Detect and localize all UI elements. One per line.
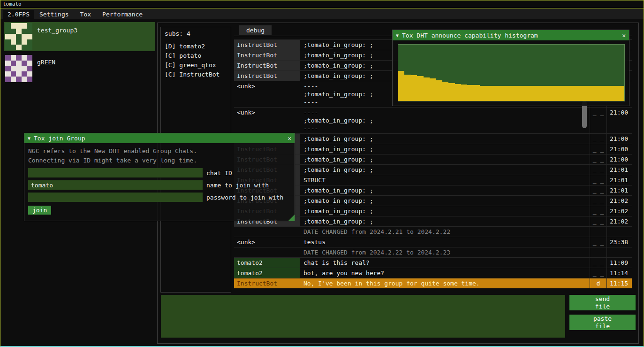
message-timestamp: 23:38 [606,237,632,247]
paste-file-button[interactable]: paste file [569,315,636,330]
date-separator-row[interactable]: DATE CHANGED from 2024.2.21 to 2024.2.22 [234,226,632,237]
message-row[interactable]: tomato2bot, are you new here?_ _11:14 [234,268,632,278]
message-flags: _ _ [590,175,606,185]
histogram-bar [568,86,574,101]
histogram-bar [543,86,549,101]
message-timestamp: 21:02 [606,196,632,206]
join-window-body: NGC refers to the New DHT enabled Group … [24,143,295,218]
collapse-arrow-icon[interactable]: ▼ [28,136,30,141]
message-timestamp: 21:01 [606,165,632,175]
message-timestamp: 21:01 [606,175,632,185]
message-text: ;tomato_in_group: ; [300,154,590,164]
message-flags: _ _ [590,206,606,216]
chat-id-input[interactable] [28,168,203,177]
menu-performance[interactable]: Performance [97,10,148,19]
message-row[interactable]: tomato2chat is this real?_ _11:09 [234,257,632,268]
message-flags: _ _ [590,268,606,278]
message-text: DATE CHANGED from 2024.2.22 to 2024.2.23 [300,247,590,257]
message-timestamp [606,227,632,237]
subs-count: subs: 4 [165,30,231,37]
histogram-bar [486,86,492,101]
join-name-input[interactable] [28,180,203,190]
message-timestamp: 21:02 [606,216,632,226]
message-text: ;tomato_in_group: ; [300,144,590,154]
histogram-bar [417,76,423,101]
message-flags: _ _ [590,108,606,133]
resize-grip[interactable] [288,215,295,221]
roster-item-test-group3[interactable]: test_group3 [4,22,155,51]
message-flags [590,247,606,257]
message-timestamp: 11:09 [606,258,632,268]
histogram-window: ▼ Tox DHT announce capability histogram … [392,30,629,106]
message-flags: _ _ [590,185,606,195]
histogram-bar [511,86,517,101]
histogram-bar [599,86,606,101]
histogram-bar [612,86,618,101]
message-timestamp [606,247,632,257]
histogram-bar [505,86,511,101]
close-icon[interactable]: ✕ [622,32,626,39]
message-flags: _ _ [590,154,606,164]
message-flags [590,227,606,237]
message-sender: tomato2 [234,268,300,278]
histogram-bar [436,80,442,101]
join-button[interactable]: join [28,206,51,215]
date-separator-row[interactable]: DATE CHANGED from 2024.2.22 to 2024.2.23 [234,247,632,257]
histogram-bar [537,86,543,101]
histogram-bar [474,85,480,101]
window-title: tomato [3,1,22,7]
histogram-window-titlebar[interactable]: ▼ Tox DHT announce capability histogram … [393,30,629,40]
roster-item-green[interactable]: gREEN [4,54,155,83]
histogram-bar [587,86,593,101]
message-text: DATE CHANGED from 2024.2.21 to 2024.2.22 [300,227,590,237]
app-window: tomato 2.0FPS Settings Tox Performance t… [0,0,644,347]
join-info-line-1: NGC refers to the New DHT enabled Group … [28,147,291,156]
message-input[interactable] [161,295,565,338]
message-text: bot, are you new here? [300,268,590,278]
subs-item-instructbot[interactable]: [C] InstructBot [165,70,231,79]
histogram-bar [398,71,404,101]
group-name: gREEN [32,55,55,66]
collapse-arrow-icon[interactable]: ▼ [396,33,399,38]
histogram-bar [492,86,499,101]
message-row[interactable]: <unk>testus_ _23:38 [234,237,632,247]
message-sender: InstructBot [234,40,300,50]
tab-debug[interactable]: debug [239,25,272,35]
message-sender: <unk> [234,81,300,107]
close-icon[interactable]: ✕ [288,135,291,142]
message-text: ;tomato_in_group: ; [300,196,590,206]
message-sender: InstructBot [234,61,300,70]
histogram-plot [398,44,625,101]
histogram-bar [580,86,586,101]
histogram-bar [555,86,561,101]
message-flags: _ _ [590,165,606,175]
histogram-bar [430,78,436,101]
message-timestamp: 21:00 [606,134,632,144]
message-text: ;tomato_in_group: ; [300,165,590,175]
menu-settings[interactable]: Settings [34,10,75,19]
menu-tox[interactable]: Tox [75,10,97,19]
message-text: No, I've been in this group for quite so… [300,278,590,288]
message-row[interactable]: <unk>---- ;tomato_in_group: ; ----_ _21:… [234,107,632,133]
message-timestamp: 21:00 [606,144,632,154]
message-timestamp: 11:14 [606,268,632,278]
message-sender [234,247,300,257]
subs-item-tomato2[interactable]: [D] tomato2 [165,42,231,51]
message-flags: _ _ [590,144,606,154]
histogram-bar [424,77,430,101]
join-window-titlebar[interactable]: ▼ Tox join Group ✕ [24,133,295,143]
send-file-button[interactable]: send file [569,295,636,310]
histogram-bar [404,75,410,101]
subs-item-green-qtox[interactable]: [C] green_qtox [165,61,231,70]
join-password-input[interactable] [28,193,203,202]
message-timestamp: 21:00 [606,154,632,164]
message-text: testus [300,237,590,247]
group-name: test_group3 [32,23,77,34]
histogram-bar [448,83,455,101]
subs-item-potato[interactable]: [C] potato [165,51,231,61]
message-row[interactable]: InstructBotNo, I've been in this group f… [234,278,632,288]
histogram-bar [524,86,530,101]
chat-id-label: chat ID [206,170,232,177]
message-flags: _ _ [590,237,606,247]
histogram-bar [618,86,624,101]
